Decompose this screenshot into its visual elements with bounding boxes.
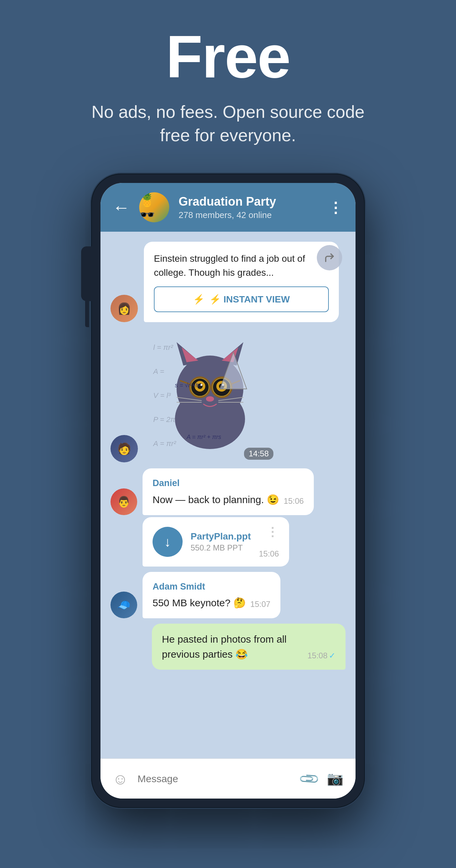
cat-sticker: s = √r²+h² A = πr² + πrs xyxy=(160,332,260,449)
hero-section: Free No ads, no fees. Open source code f… xyxy=(0,0,456,167)
svg-text:s = √r²+h²: s = √r²+h² xyxy=(175,382,201,389)
header-menu-button[interactable]: ⋮ xyxy=(328,199,343,216)
article-sender-avatar: 👩 xyxy=(111,295,138,322)
group-avatar-emoji: 🍍🕶️ xyxy=(139,193,169,222)
outgoing-bubble-time: 15:08 xyxy=(307,650,328,662)
file-info: PartyPlan.ppt 550.2 MB PPT xyxy=(191,531,251,553)
chat-area: 👩 Einstein struggled to find a job out o… xyxy=(100,232,356,758)
adam-bubble: Adam Smidt 550 MB keynote? 🤔 15:07 xyxy=(143,572,280,619)
file-message-row: ↓ PartyPlan.ppt 550.2 MB PPT ⋮ 15:06 xyxy=(111,517,345,566)
daniel-bubble-content: Now — back to planning. 😉 15:06 xyxy=(153,492,304,507)
hero-subtitle: No ads, no fees. Open source code free f… xyxy=(78,100,378,147)
adam-bubble-content: 550 MB keynote? 🤔 15:07 xyxy=(153,595,270,610)
phone-screen: ← 🍍🕶️ Graduation Party 278 members, 42 o… xyxy=(100,183,356,799)
instant-view-label: ⚡ INSTANT VIEW xyxy=(209,294,290,305)
header-info: Graduation Party 278 members, 42 online xyxy=(179,194,319,220)
daniel-bubble: Daniel Now — back to planning. 😉 15:06 xyxy=(143,468,314,515)
sticker-container: l = πr² A = V = l³ P = 2πr A = πr² xyxy=(143,329,277,462)
chat-header: ← 🍍🕶️ Graduation Party 278 members, 42 o… xyxy=(100,183,356,232)
file-right-column: ⋮ 15:06 xyxy=(259,525,279,559)
group-name: Graduation Party xyxy=(179,194,319,209)
article-bubble-section: 👩 Einstein struggled to find a job out o… xyxy=(100,242,345,322)
file-meta: 550.2 MB PPT xyxy=(191,543,251,553)
svg-point-19 xyxy=(206,396,214,402)
group-avatar: 🍍🕶️ xyxy=(139,192,169,222)
outgoing-message-row: He pasted in photos from all previous pa… xyxy=(111,624,345,670)
camera-button[interactable]: 📷 xyxy=(327,771,343,786)
adam-bubble-time: 15:07 xyxy=(250,598,270,610)
file-name: PartyPlan.ppt xyxy=(191,531,251,542)
share-icon xyxy=(324,252,335,264)
svg-text:A = πr² + πrs: A = πr² + πrs xyxy=(186,434,221,440)
sticker-sender-avatar: 🧑 xyxy=(111,435,138,462)
daniel-sender-name: Daniel xyxy=(153,476,304,490)
article-bubble: Einstein struggled to find a job out of … xyxy=(144,242,339,322)
message-input[interactable] xyxy=(138,773,292,784)
daniel-bubble-time: 15:06 xyxy=(284,495,304,507)
outgoing-bubble: He pasted in photos from all previous pa… xyxy=(152,624,345,670)
file-download-button[interactable]: ↓ xyxy=(153,527,183,557)
article-text: Einstein struggled to find a job out of … xyxy=(154,252,329,280)
file-menu-button[interactable]: ⋮ xyxy=(266,525,279,539)
sticker-row: 🧑 l = πr² A = V = l³ P = 2πr A = πr² xyxy=(111,329,345,462)
back-button[interactable]: ← xyxy=(113,199,130,216)
outgoing-bubble-text: He pasted in photos from all previous pa… xyxy=(162,632,303,662)
adam-sender-name: Adam Smidt xyxy=(153,580,270,594)
instant-view-button[interactable]: ⚡ ⚡ INSTANT VIEW xyxy=(154,286,329,312)
adam-message-row: 🧢 Adam Smidt 550 MB keynote? 🤔 15:07 xyxy=(111,572,345,619)
hero-title: Free xyxy=(166,27,290,87)
outgoing-time-read: 15:08 ✓ xyxy=(307,650,335,662)
instant-view-icon: ⚡ xyxy=(193,294,205,305)
message-bar: ☺ 📎 📷 xyxy=(100,758,356,799)
file-bubble: ↓ PartyPlan.ppt 550.2 MB PPT ⋮ 15:06 xyxy=(143,517,289,566)
adam-avatar: 🧢 xyxy=(111,592,137,618)
file-time: 15:06 xyxy=(259,549,279,559)
sticker-timestamp: 14:58 xyxy=(244,448,273,460)
outgoing-bubble-content: He pasted in photos from all previous pa… xyxy=(162,632,335,662)
daniel-message-row: 👨 Daniel Now — back to planning. 😉 15:06 xyxy=(111,468,345,515)
emoji-button[interactable]: ☺ xyxy=(113,770,128,788)
phone-wrapper: ← 🍍🕶️ Graduation Party 278 members, 42 o… xyxy=(91,174,365,808)
attach-button[interactable]: 📎 xyxy=(298,768,321,790)
daniel-bubble-text: Now — back to planning. 😉 xyxy=(153,492,279,507)
group-meta: 278 members, 42 online xyxy=(179,210,319,220)
adam-bubble-text: 550 MB keynote? 🤔 xyxy=(153,595,246,610)
read-checkmark-icon: ✓ xyxy=(329,650,335,662)
daniel-avatar: 👨 xyxy=(111,488,137,515)
share-button[interactable] xyxy=(317,245,342,271)
download-arrow-icon: ↓ xyxy=(164,535,171,549)
